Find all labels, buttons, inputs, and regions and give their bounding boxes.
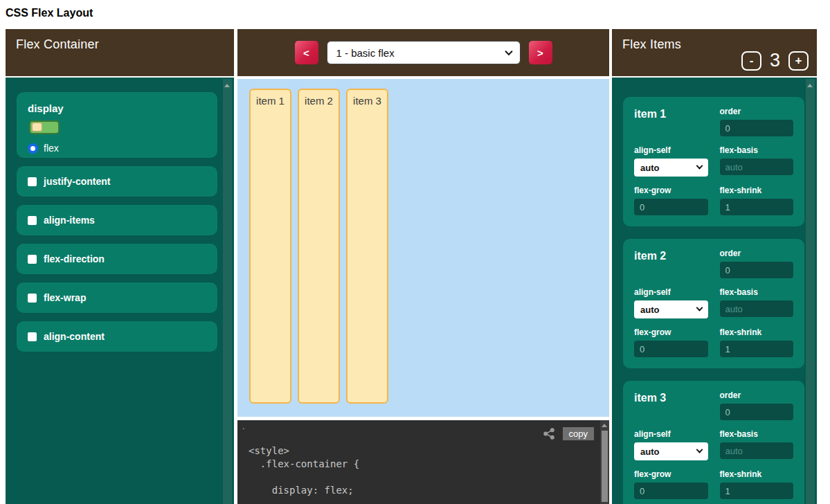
flex-shrink-field: flex-shrink [720, 469, 794, 499]
flex-items-title: Flex Items [612, 29, 817, 52]
prop-card-align-content: align-content [17, 321, 217, 352]
flex-radio[interactable] [28, 143, 38, 154]
prop-card-align-items: align-items [17, 205, 217, 235]
flex-wrap-checkbox[interactable] [28, 294, 37, 303]
example-select-wrap: 1 - basic flex [327, 41, 521, 64]
scroll-up-arrow-icon[interactable] [602, 424, 607, 427]
item-2-card: item 2 order align-self auto flex-basis [623, 239, 804, 368]
align-self-select[interactable]: auto [634, 300, 708, 318]
code-corner-dot: . [242, 421, 245, 431]
order-field: order [720, 107, 794, 136]
flex-basis-field: flex-basis [720, 145, 794, 177]
item-3-card: item 3 order align-self auto flex-basis [623, 381, 804, 504]
preview-flex-item-1: item 1 [249, 89, 291, 404]
flex-grow-input[interactable] [634, 483, 708, 499]
flex-shrink-label: flex-shrink [720, 186, 794, 195]
flex-shrink-input[interactable] [720, 483, 794, 499]
align-self-field: align-self auto [634, 429, 708, 460]
order-field: order [720, 390, 794, 420]
prev-example-button[interactable]: < [295, 41, 318, 64]
order-input[interactable] [720, 120, 794, 136]
display-toggle[interactable] [29, 120, 60, 134]
flex-preview-area: item 1 item 2 item 3 [237, 79, 609, 417]
flex-grow-label: flex-grow [634, 186, 708, 195]
flex-radio-label: flex [44, 143, 59, 154]
item-3-title: item 3 [634, 390, 708, 420]
add-item-button[interactable]: + [788, 51, 809, 71]
order-label: order [720, 390, 794, 400]
code-line: display: flex; [249, 484, 609, 497]
preview-flex-item-2: item 2 [298, 89, 340, 404]
order-field: order [720, 249, 794, 278]
next-example-button[interactable]: > [529, 41, 552, 64]
prop-label: flex-wrap [44, 292, 86, 303]
copy-button[interactable]: copy [563, 427, 594, 440]
preview-flex-item-3: item 3 [346, 89, 388, 404]
align-self-select[interactable]: auto [634, 442, 708, 460]
code-scrollbar[interactable] [600, 420, 609, 504]
code-line [249, 471, 609, 484]
flex-shrink-label: flex-shrink [720, 327, 794, 337]
flex-grow-input[interactable] [634, 199, 708, 215]
left-panel-scrollbar[interactable] [223, 79, 232, 504]
align-self-select[interactable]: auto [634, 159, 708, 177]
prop-label: align-items [44, 215, 95, 226]
example-select[interactable]: 1 - basic flex [327, 41, 521, 64]
flex-items-body: item 1 order align-self auto flex-basis [612, 78, 817, 504]
prop-card-flex-direction: flex-direction [17, 244, 217, 274]
toggle-knob [32, 123, 42, 132]
flex-basis-label: flex-basis [720, 287, 794, 297]
align-self-field: align-self auto [634, 287, 708, 318]
flex-container-title: Flex Container [6, 29, 234, 52]
code-content: <style> .flex-container { display: flex; [249, 444, 609, 497]
code-scrollbar-thumb[interactable] [602, 431, 608, 502]
flex-grow-input[interactable] [634, 341, 708, 357]
item-count-controls: - 3 + [741, 50, 809, 71]
code-line: .flex-container { [249, 458, 609, 471]
flex-container-header: Flex Container [6, 29, 234, 76]
flex-basis-field: flex-basis [720, 429, 794, 460]
align-items-checkbox[interactable] [28, 216, 37, 225]
align-self-label: align-self [634, 145, 708, 155]
main-columns: Flex Container display flex justify-cont… [6, 29, 830, 504]
prop-card-justify-content: justify-content [17, 166, 217, 197]
page-title: CSS Flex Layout [0, 0, 830, 29]
flex-basis-input[interactable] [720, 442, 794, 459]
item-2-title: item 2 [634, 249, 708, 278]
code-panel[interactable]: . copy <style> .flex-container { [237, 420, 609, 504]
flex-shrink-field: flex-shrink [720, 186, 794, 215]
flex-grow-field: flex-grow [634, 327, 708, 357]
prop-label: flex-direction [44, 253, 105, 264]
flex-shrink-input[interactable] [720, 199, 794, 215]
flex-items-header: Flex Items - 3 + [612, 29, 817, 76]
flex-shrink-label: flex-shrink [720, 469, 794, 479]
align-self-label: align-self [634, 429, 708, 439]
flex-direction-checkbox[interactable] [28, 255, 37, 264]
order-label: order [720, 249, 794, 258]
item-count: 3 [770, 50, 780, 71]
justify-content-checkbox[interactable] [28, 177, 37, 186]
display-label: display [28, 102, 206, 114]
flex-grow-field: flex-grow [634, 186, 708, 215]
flex-basis-input[interactable] [720, 300, 794, 317]
align-self-label: align-self [634, 287, 708, 297]
scroll-up-arrow-icon[interactable] [224, 84, 230, 87]
preview-panel: < 1 - basic flex > item 1 item 2 item 3 … [237, 29, 609, 504]
display-card: display flex [17, 92, 217, 158]
flex-shrink-input[interactable] [720, 341, 794, 357]
order-input[interactable] [720, 404, 794, 420]
item-1-card: item 1 order align-self auto flex-basis [623, 97, 804, 226]
align-self-field: align-self auto [634, 145, 708, 177]
share-icon[interactable] [543, 427, 556, 440]
flex-basis-input[interactable] [720, 159, 794, 175]
flex-basis-field: flex-basis [720, 287, 794, 318]
remove-item-button[interactable]: - [741, 51, 761, 71]
display-flex-radio-row: flex [28, 143, 206, 154]
order-input[interactable] [720, 262, 794, 278]
flex-basis-label: flex-basis [720, 429, 794, 439]
flex-grow-label: flex-grow [634, 327, 708, 337]
align-content-checkbox[interactable] [28, 332, 37, 341]
prop-label: align-content [44, 331, 105, 342]
right-panel-scrollbar[interactable] [806, 79, 815, 504]
scroll-up-arrow-icon[interactable] [807, 84, 813, 87]
